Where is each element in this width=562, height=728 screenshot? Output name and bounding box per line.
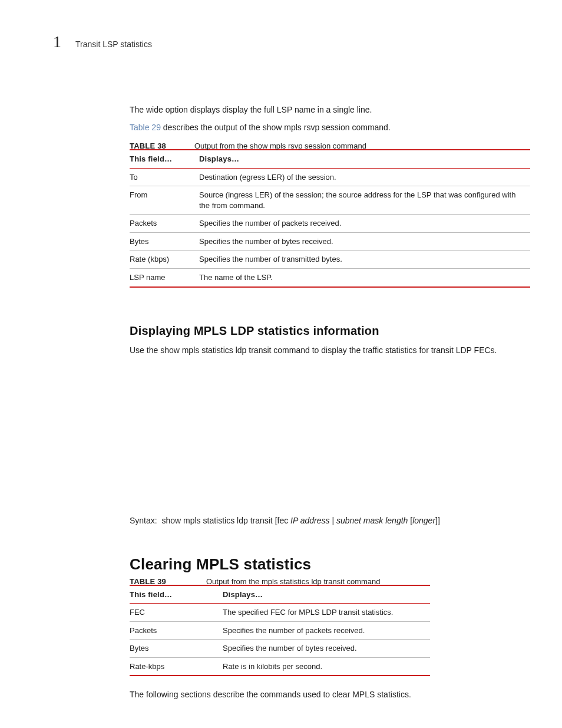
table-row: Bytes Specifies the number of bytes rece…	[130, 232, 530, 251]
table39: This field… Displays… FEC The specified …	[130, 585, 430, 677]
ldp-stats-heading: Displaying MPLS LDP statistics informati…	[130, 324, 530, 338]
cell-displays: Specifies the number of transmitted byte…	[199, 251, 530, 269]
syntax-lead: Syntax: show mpls statistics ldp transit…	[130, 516, 290, 525]
trailer-paragraph: The following sections describe the comm…	[130, 689, 530, 701]
syntax-arg-mask: subnet mask length	[336, 516, 408, 525]
syntax-open: [	[408, 516, 412, 525]
syntax-arg-longer: longer	[412, 516, 435, 525]
cell-displays: Specifies the number of bytes received.	[223, 640, 430, 658]
intro-paragraph-1: The wide option displays display the ful…	[130, 104, 530, 116]
cell-field: To	[130, 168, 199, 186]
table38: This field… Displays… To Destination (eg…	[130, 149, 530, 287]
syntax-sep: |	[330, 516, 336, 525]
syntax-line: Syntax: show mpls statistics ldp transit…	[130, 515, 530, 527]
cell-field: LSP name	[130, 269, 199, 287]
page: 1 Transit LSP statistics The wide option…	[0, 0, 562, 728]
clearing-heading: Clearing MPLS statistics	[130, 555, 530, 574]
table39-label: TABLE 39	[130, 577, 206, 586]
cell-field: FEC	[130, 604, 223, 622]
cell-field: Rate-kbps	[130, 657, 223, 676]
cell-displays: Rate is in kilobits per second.	[223, 657, 430, 676]
cell-displays: Source (ingress LER) of the session; the…	[199, 186, 530, 215]
cell-displays: Specifies the number of packets received…	[199, 215, 530, 233]
cell-displays: Destination (egress LER) of the session.	[199, 168, 530, 186]
table39-title: Output from the mpls statistics ldp tran…	[206, 577, 381, 586]
table38-title: Output from the show mpls rsvp session c…	[194, 141, 366, 150]
cell-field: Bytes	[130, 640, 223, 658]
table-row: Bytes Specifies the number of bytes rece…	[130, 640, 430, 658]
table-row: FEC The specified FEC for MPLS LDP trans…	[130, 604, 430, 622]
table39-head-field: This field…	[130, 585, 223, 604]
table39-caption: TABLE 39 Output from the mpls statistics…	[130, 577, 530, 586]
table39-head-displays: Displays…	[223, 585, 430, 604]
ldp-paragraph: Use the show mpls statistics ldp transit…	[130, 345, 530, 357]
table-row: Rate-kbps Rate is in kilobits per second…	[130, 657, 430, 676]
cell-displays: Specifies the number of bytes received.	[199, 232, 530, 251]
table38-head-displays: Displays…	[199, 150, 530, 168]
cell-field: Bytes	[130, 232, 199, 251]
table-row: Packets Specifies the number of packets …	[130, 215, 530, 233]
chapter-title: Transit LSP statistics	[75, 39, 152, 49]
table-crossref[interactable]: Table 29	[130, 123, 161, 132]
table-row: Packets Specifies the number of packets …	[130, 621, 430, 640]
cell-field: Rate (kbps)	[130, 251, 199, 269]
cell-displays: Specifies the number of packets received…	[223, 621, 430, 640]
table-row: Rate (kbps) Specifies the number of tran…	[130, 251, 530, 269]
cell-displays: The specified FEC for MPLS LDP transit s…	[223, 604, 430, 622]
chapter-number: 1	[53, 32, 61, 51]
syntax-close: ]]	[435, 516, 440, 525]
cell-field: From	[130, 186, 199, 215]
content-area: The wide option displays display the ful…	[130, 104, 530, 701]
intro-paragraph-2: Table 29 describes the output of the sho…	[130, 122, 530, 134]
cell-field: Packets	[130, 621, 223, 640]
intro-p2-rest: describes the output of the show mpls rs…	[161, 123, 391, 132]
table-row: LSP name The name of the LSP.	[130, 269, 530, 287]
table38-head-field: This field…	[130, 150, 199, 168]
table38-label: TABLE 38	[130, 141, 194, 150]
table-row: From Source (ingress LER) of the session…	[130, 186, 530, 215]
table-row: To Destination (egress LER) of the sessi…	[130, 168, 530, 186]
cell-displays: The name of the LSP.	[199, 269, 530, 287]
cell-field: Packets	[130, 215, 199, 233]
running-header: 1 Transit LSP statistics	[53, 32, 509, 51]
syntax-arg-ip: IP address	[290, 516, 329, 525]
